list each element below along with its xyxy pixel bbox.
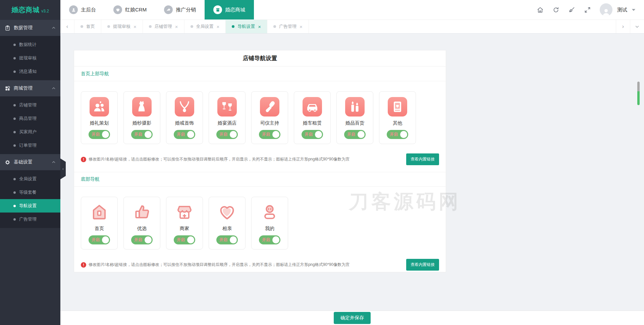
sidebar-item-data-stats[interactable]: 数据统计 [0,38,60,51]
nav-card-matchmaking[interactable]: 相亲 开启 [209,197,246,249]
toggle-switch[interactable]: 开启 [302,130,323,139]
tab-home[interactable]: 首页 [74,20,101,33]
nav-card-featured[interactable]: 优选 开启 [123,197,160,249]
tabs-scroll-left-button[interactable]: ‹ [60,20,74,33]
user-name[interactable]: 测试 [617,7,627,13]
nav-card-wedding-photography[interactable]: 婚纱摄影 开启 [123,91,160,144]
toggle-switch[interactable]: 开启 [131,130,153,139]
tab-label: 广告管理 [279,24,297,30]
nav-card-other[interactable]: 其他 开启 [379,91,416,144]
wedding-dress-icon[interactable] [132,97,152,117]
topnav-item-marriage-mall[interactable]: 婚恋商城 [205,0,254,19]
dot-icon [80,25,83,28]
sidebar-group-basic-settings[interactable]: 基础设置 [0,154,60,170]
sidebar-group-data-management[interactable]: 数据管理 [0,20,60,36]
book-icon[interactable] [388,97,407,117]
toggle-label: 开启 [134,132,142,137]
wine-glasses-icon[interactable] [217,97,237,117]
topnav-item-matchmaker-crm[interactable]: 红娘CRM [105,0,155,19]
sidebar-item-order-management[interactable]: 订单管理 [0,139,60,152]
toggle-label: 开启 [390,132,398,137]
nav-card-wedding-goods[interactable]: 婚品百货 开启 [336,91,373,144]
toggle-switch[interactable]: 开启 [174,130,195,139]
clipboard-icon [5,25,10,31]
nav-card-emcee-hosting[interactable]: 司仪主持 开启 [251,91,288,144]
tab-withdraw-review[interactable]: 提现审核 × [101,20,143,33]
toggle-switch[interactable]: 开启 [344,130,366,139]
close-icon[interactable]: × [133,24,137,29]
sidebar-item-global-settings[interactable]: 全局设置 [0,172,60,186]
tabs-menu-button[interactable] [630,20,644,33]
sidebar-item-shop-management[interactable]: 店铺管理 [0,98,60,112]
bullet-icon [13,131,16,133]
tab-ad-management[interactable]: 广告管理 × [267,20,309,33]
nav-card-label: 婚车租赁 [303,120,322,126]
sidebar-collapse-handle[interactable]: ‹ [60,158,66,179]
thumbs-up-icon[interactable] [132,202,152,222]
toggle-switch[interactable]: 开启 [216,130,238,139]
nav-card-home[interactable]: 首页 开启 [81,197,118,249]
close-icon[interactable]: × [258,24,261,29]
toggle-switch[interactable]: 开启 [259,235,280,244]
necklace-icon[interactable] [175,97,194,117]
tabs-scroll-right-button[interactable]: › [616,20,630,33]
sidebar-item-product-management[interactable]: 商品管理 [0,112,60,125]
toggle-switch[interactable]: 开启 [89,130,110,139]
toggle-switch[interactable]: 开启 [387,130,408,139]
nav-card-wedding-planning[interactable]: 婚礼策划 开启 [81,91,118,144]
refresh-icon[interactable] [552,6,559,13]
tab-shop-management[interactable]: 店铺管理 × [143,20,184,33]
clear-cache-broom-icon[interactable] [568,6,575,13]
microphone-icon[interactable] [260,97,279,117]
heart-outline-icon[interactable] [217,202,237,222]
sidebar-item-navigation-settings[interactable]: 导航设置 [0,199,60,213]
car-icon[interactable] [303,97,322,117]
avatar[interactable] [600,3,612,16]
tab-label: 导航设置 [237,24,255,30]
tab-navigation-settings[interactable]: 导航设置 × [226,20,267,33]
toggle-label: 开启 [92,132,100,137]
close-icon[interactable]: × [217,24,220,29]
tab-global-settings[interactable]: 全局设置 × [184,20,226,33]
sidebar-item-ad-management[interactable]: 广告管理 [0,213,60,226]
home-icon[interactable] [537,6,544,13]
sidebar-item-level-packages[interactable]: 等级套餐 [0,186,60,199]
sidebar-item-buyer-users[interactable]: 买家用户 [0,125,60,139]
nav-card-label: 其他 [393,120,402,126]
sidebar-item-notifications[interactable]: 消息通知 [0,65,60,78]
user-icon [69,5,78,14]
storefront-icon[interactable] [175,202,194,222]
toggle-switch[interactable]: 开启 [89,235,110,244]
toggle-switch[interactable]: 开启 [174,235,195,244]
home-outline-icon[interactable] [90,202,109,222]
topnav-label: 推广分销 [176,7,196,13]
close-icon[interactable]: × [175,24,178,29]
person-outline-icon[interactable] [260,202,279,222]
nav-card-label: 相亲 [222,226,232,232]
topnav-item-main-admin[interactable]: 主后台 [60,0,105,19]
fullscreen-icon[interactable] [584,6,591,13]
scrollbar[interactable] [637,82,640,105]
nav-card-merchants[interactable]: 商家 开启 [166,197,203,249]
toggle-label: 开启 [92,237,100,243]
view-builtin-links-button[interactable]: 查看内置链接 [406,259,439,271]
toggle-switch[interactable]: 开启 [259,130,280,139]
couple-icon[interactable] [90,97,109,117]
topnav-item-promotion[interactable]: 推广分销 [155,0,205,19]
section-heading-top-nav: 首页上部导航 [74,66,446,81]
sidebar-group-mall-management[interactable]: 商城管理 [0,80,60,96]
view-builtin-links-button[interactable]: 查看内置链接 [406,153,439,165]
nav-card-wedding-rings[interactable]: 婚戒首饰 开启 [166,91,203,144]
chevron-down-icon[interactable] [631,7,636,12]
nav-card-wedding-car-rental[interactable]: 婚车租赁 开启 [294,91,331,144]
save-button[interactable]: 确定并保存 [334,312,371,324]
toggle-switch[interactable]: 开启 [131,235,153,244]
candles-icon[interactable] [345,97,365,117]
heart-icon [113,5,122,14]
close-icon[interactable]: × [300,24,303,29]
nav-card-wedding-banquet[interactable]: 婚宴酒店 开启 [209,91,246,144]
sidebar-item-label: 消息通知 [19,68,37,75]
toggle-switch[interactable]: 开启 [216,235,238,244]
nav-card-profile[interactable]: 我的 开启 [251,197,288,249]
sidebar-item-withdraw-review[interactable]: 提现审核 [0,51,60,65]
